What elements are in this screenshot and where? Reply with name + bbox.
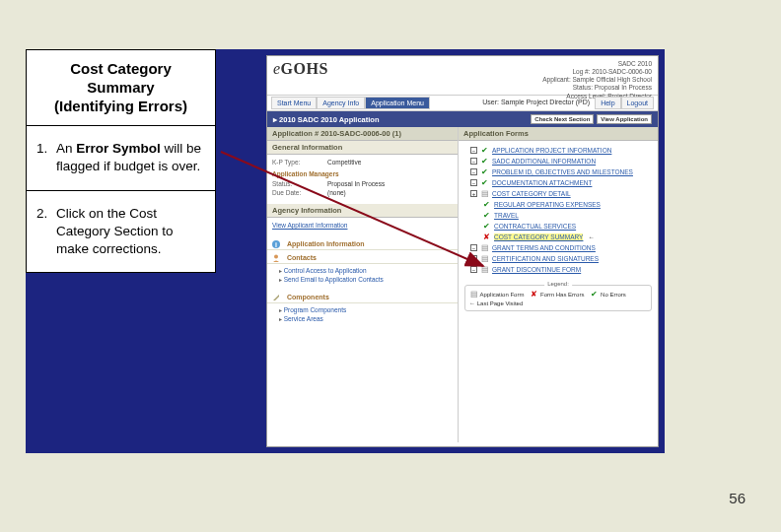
expand-icon[interactable]: − <box>470 266 477 273</box>
page-icon: ▤ <box>480 254 489 263</box>
general-info-header: General Information <box>267 141 458 155</box>
check-icon: ✔ <box>480 157 489 166</box>
titlebar-text: 2010 SADC 2010 Application <box>279 115 379 124</box>
left-instruction-panel: Cost Category Summary (Identifying Error… <box>26 49 216 273</box>
expand-icon[interactable]: − <box>470 147 477 154</box>
egohs-app-screenshot: eGOHS SADC 2010 Log #: 2010-SADC-0006-00… <box>266 55 659 447</box>
check-next-section-button[interactable]: Check Next Section <box>531 114 594 124</box>
view-applicant-info-link[interactable]: View Applicant Information <box>272 222 347 229</box>
page-icon: ▤ <box>480 265 489 274</box>
tree-item[interactable]: −✔PROBLEM ID, OBJECTIVES AND MILESTONES <box>462 166 654 177</box>
program-components-link[interactable]: Program Components <box>279 305 453 314</box>
nav-help[interactable]: Help <box>595 97 620 109</box>
instruction-list: An Error Symbol will be flagged if budge… <box>26 126 216 273</box>
meta-line: SADC 2010 <box>542 60 652 68</box>
app-managers-label: Application Managers <box>272 169 453 179</box>
view-application-button[interactable]: View Application <box>597 114 652 124</box>
application-number-header: Application # 2010-SADC-0006-00 (1) <box>267 127 458 141</box>
legend-title: Legend: <box>544 281 572 287</box>
page-number: 56 <box>729 490 746 506</box>
page-icon: ▤ <box>469 290 478 299</box>
contacts-header: Contacts <box>267 250 458 264</box>
title-line-3: (Identifying Errors) <box>33 98 209 116</box>
agency-info-header: Agency Information <box>267 204 458 218</box>
error-icon: ✘ <box>530 290 538 299</box>
title-line-2: Summary <box>33 79 209 98</box>
tree-item[interactable]: −▤GRANT DISCONTINUE FORM <box>462 264 654 275</box>
header-meta: SADC 2010 Log #: 2010-SADC-0006-00 Appli… <box>542 60 652 93</box>
right-column: Application Forms −✔APPLICATION PROJECT … <box>459 127 658 442</box>
contacts-send-email[interactable]: Send Email to Application Contacts <box>279 275 453 284</box>
collapse-icon[interactable]: + <box>470 190 477 197</box>
nav-application-menu[interactable]: Application Menu <box>365 97 430 109</box>
error-icon: ✘ <box>482 233 491 241</box>
tree-item[interactable]: ✔CONTRACTUAL SERVICES <box>462 221 654 232</box>
meta-line: Applicant: Sample Official High School <box>542 76 652 84</box>
tree-item[interactable]: −✔DOCUMENTATION ATTACHMENT <box>462 177 654 188</box>
nav-bar: Start Menu Agency Info Application Menu … <box>267 96 658 111</box>
instruction-1: An Error Symbol will be flagged if budge… <box>27 126 215 190</box>
expand-icon[interactable]: − <box>470 244 477 251</box>
tree-item[interactable]: −✔APPLICATION PROJECT INFORMATION <box>462 145 654 156</box>
check-icon: ✔ <box>590 290 599 299</box>
meta-line: Status: Proposal In Process <box>542 84 652 92</box>
app-body: Application # 2010-SADC-0006-00 (1) Gene… <box>267 127 658 442</box>
tree-item[interactable]: ✔REGULAR OPERATING EXPENSES <box>462 199 654 210</box>
tree-item[interactable]: −▤CERTIFICATION AND SIGNATURES <box>462 253 654 264</box>
general-info-body: K-P Type:Competitive Application Manager… <box>267 155 458 204</box>
wrench-icon <box>271 293 281 302</box>
service-areas-link[interactable]: Service Areas <box>279 314 453 323</box>
form-tree: −✔APPLICATION PROJECT INFORMATION −✔SADC… <box>459 141 658 279</box>
app-logo: eGOHS <box>273 60 328 93</box>
app-header: eGOHS SADC 2010 Log #: 2010-SADC-0006-00… <box>267 56 658 96</box>
nav-logout[interactable]: Logout <box>621 97 654 109</box>
application-forms-header: Application Forms <box>459 127 658 141</box>
expand-icon[interactable]: − <box>470 158 477 165</box>
meta-line: Log #: 2010-SADC-0006-00 <box>542 68 652 76</box>
title-line-1: Cost Category <box>33 60 209 79</box>
arrow-left-icon: ← <box>469 300 475 306</box>
instruction-2: Click on the Cost Category Section to ma… <box>27 191 215 273</box>
left-column: Application # 2010-SADC-0006-00 (1) Gene… <box>267 127 459 442</box>
info-icon: i <box>271 239 281 249</box>
nav-start-menu[interactable]: Start Menu <box>271 97 317 109</box>
page-icon: ▤ <box>480 189 489 198</box>
check-icon: ✔ <box>482 222 491 231</box>
expand-icon[interactable]: − <box>470 179 477 186</box>
check-icon: ✔ <box>480 178 489 187</box>
application-information-header: i Application Information <box>267 236 458 250</box>
check-icon: ✔ <box>482 200 491 209</box>
arrow-left-icon: ← <box>588 233 595 240</box>
contacts-control-access[interactable]: Control Access to Application <box>279 266 453 275</box>
svg-text:i: i <box>275 240 277 247</box>
svg-point-2 <box>274 254 278 258</box>
expand-icon[interactable]: − <box>470 255 477 262</box>
expand-icon[interactable]: − <box>470 168 477 175</box>
tree-item[interactable]: −▤GRANT TERMS AND CONDITIONS <box>462 242 654 253</box>
check-icon: ✔ <box>480 167 489 176</box>
tree-item[interactable]: ✔TRAVEL <box>462 210 654 221</box>
slide-title: Cost Category Summary (Identifying Error… <box>26 49 216 126</box>
tree-item[interactable]: −✔SADC ADDITIONAL INFORMATION <box>462 156 654 166</box>
nav-user: User: Sample Project Director (PD) <box>477 97 595 109</box>
application-title-bar: ▸ 2010 SADC 2010 Application Check Next … <box>267 111 658 127</box>
check-icon: ✔ <box>482 211 491 220</box>
nav-agency-info[interactable]: Agency Info <box>317 97 365 109</box>
page-icon: ▤ <box>480 243 489 252</box>
tree-item-cost-category-detail[interactable]: +▤COST CATEGORY DETAIL <box>462 188 654 199</box>
legend-box: Legend: ▤ Application Form ✘ Form Has Er… <box>464 285 652 311</box>
components-header: Components <box>267 290 458 303</box>
tree-item-cost-category-summary[interactable]: ✘COST CATEGORY SUMMARY← <box>462 232 654 242</box>
check-icon: ✔ <box>480 146 489 155</box>
contacts-icon <box>271 253 281 263</box>
